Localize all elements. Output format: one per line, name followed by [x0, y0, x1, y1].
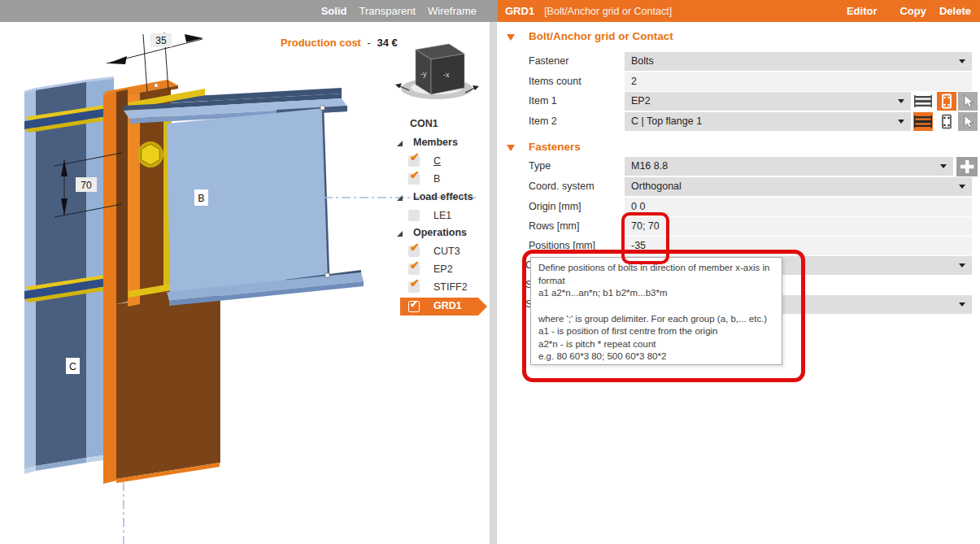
item2-plate-icon[interactable]: [937, 112, 956, 131]
section-collapse-icon[interactable]: [507, 34, 515, 41]
fastener-dropdown[interactable]: Bolts: [625, 52, 972, 71]
check-icon: ✔: [410, 277, 420, 289]
check-icon: ✔: [410, 259, 420, 271]
row-origin: Origin [mm] 0 0: [498, 198, 980, 216]
chevron-down-icon: [959, 263, 965, 268]
row-fastener: Fastener Bolts: [498, 52, 980, 71]
view-mode-wireframe[interactable]: Wireframe: [428, 5, 477, 17]
production-cost-label: Production cost: [281, 37, 361, 49]
origin-input[interactable]: 0 0: [625, 198, 972, 216]
beam-label: B: [194, 189, 208, 206]
tree-item-grd1-selected[interactable]: ✔ GRD1: [389, 299, 488, 316]
row-positions: Positions [mm] -35: [498, 237, 980, 255]
item1-pick-cursor-icon[interactable]: [958, 92, 978, 111]
delete-button[interactable]: Delete: [939, 5, 971, 17]
cube-axis-y: -y: [420, 70, 427, 78]
expander-icon[interactable]: [397, 141, 403, 146]
tree-item-cut3[interactable]: ✔ CUT3: [389, 245, 488, 261]
item1-beam-side-icon[interactable]: [913, 92, 933, 111]
items-count-input[interactable]: 2: [625, 72, 972, 91]
operation-header-bar: GRD1 [Bolt/Anchor grid or Contact] Edito…: [498, 0, 980, 22]
panel-splitter[interactable]: [490, 22, 497, 544]
checkbox[interactable]: ✔: [408, 155, 420, 167]
row-item1: Item 1 EP2: [498, 92, 980, 111]
rows-input[interactable]: 70; 70: [625, 217, 972, 236]
copy-button[interactable]: Copy: [899, 5, 926, 17]
3d-viewport[interactable]: 35 70 B C: [0, 22, 488, 544]
tree-item-member-c[interactable]: ✔ C: [389, 154, 488, 171]
coord-system-dropdown[interactable]: Orthogonal: [625, 177, 972, 196]
item1-plate-icon-active[interactable]: [937, 92, 956, 111]
item1-dropdown[interactable]: EP2: [625, 92, 911, 111]
checkbox[interactable]: ✔: [408, 246, 420, 257]
check-icon: ✔: [410, 242, 420, 253]
section-collapse-icon[interactable]: [507, 145, 515, 151]
chevron-down-icon: [959, 185, 965, 189]
positions-tooltip: Define positions of bolts in direction o…: [530, 257, 782, 365]
chevron-down-icon: [898, 120, 904, 124]
row-rows: Rows [mm] 70; 70: [498, 217, 980, 236]
bolt-type-dropdown[interactable]: M16 8.8: [625, 157, 953, 176]
editor-button[interactable]: Editor: [847, 5, 878, 17]
check-icon: ✔: [410, 151, 420, 163]
tree-group-members[interactable]: Members: [389, 137, 488, 153]
navigation-cube[interactable]: -y -x: [395, 44, 479, 99]
cube-axis-x: -x: [443, 71, 450, 79]
checkbox[interactable]: ✔: [408, 263, 420, 275]
item2-dropdown[interactable]: C | Top flange 1: [625, 112, 911, 131]
connection-tree: CON1 Members ✔ C ✔ B Load effects LE1 Op…: [389, 115, 488, 327]
checkbox[interactable]: ✔: [408, 301, 420, 312]
chevron-down-icon: [898, 99, 904, 103]
production-cost: Production cost - 34 €: [281, 37, 398, 49]
expander-icon[interactable]: [397, 231, 403, 237]
operation-name: GRD1: [505, 5, 534, 17]
view-mode-solid[interactable]: Solid: [321, 5, 347, 17]
chevron-down-icon: [959, 59, 965, 63]
positions-input[interactable]: -35: [625, 237, 972, 255]
tree-root-con1[interactable]: CON1: [389, 118, 488, 134]
chevron-down-icon: [959, 302, 965, 307]
view-mode-toolbar: Solid Transparent Wireframe: [0, 0, 498, 22]
check-icon: ✔: [410, 298, 418, 310]
tree-item-stiff2[interactable]: ✔ STIFF2: [389, 281, 488, 297]
checkbox-unchecked[interactable]: [408, 210, 420, 221]
row-items-count: Items count 2: [498, 72, 980, 91]
item2-pick-cursor-icon[interactable]: [958, 112, 978, 131]
dimension-side-value: 70: [81, 180, 92, 191]
chevron-down-icon: [940, 164, 947, 168]
tree-group-operations[interactable]: Operations: [389, 227, 488, 243]
selected-operation-banner[interactable]: ✔ GRD1: [400, 298, 478, 316]
column-label: C: [66, 358, 80, 374]
expander-icon[interactable]: [397, 195, 403, 201]
plus-icon: [956, 157, 978, 176]
check-icon: ✔: [410, 169, 420, 181]
add-bolt-assembly-button[interactable]: [956, 157, 978, 176]
production-cost-value: 34 €: [377, 37, 398, 49]
tree-item-member-b[interactable]: ✔ B: [389, 172, 488, 189]
properties-panel: Bolt/Anchor grid or Contact Fastener Bol…: [498, 22, 980, 544]
dimension-top-value: 35: [155, 35, 167, 46]
row-coord-system: Coord. system Orthogonal: [498, 177, 980, 196]
item2-beam-side-icon-active[interactable]: [913, 112, 933, 131]
tree-item-ep2[interactable]: ✔ EP2: [389, 263, 488, 279]
row-type: Type M16 8.8: [498, 157, 980, 176]
row-item2: Item 2 C | Top flange 1: [498, 112, 980, 131]
svg-text:B: B: [198, 193, 204, 204]
app-window: Solid Transparent Wireframe GRD1 [Bolt/A…: [0, 0, 980, 544]
checkbox[interactable]: ✔: [408, 281, 420, 293]
checkbox[interactable]: ✔: [408, 173, 420, 185]
view-mode-transparent[interactable]: Transparent: [359, 5, 416, 17]
tree-group-load-effects[interactable]: Load effects: [389, 191, 488, 207]
tree-item-le1[interactable]: LE1: [389, 209, 488, 225]
svg-text:C: C: [69, 361, 76, 372]
operation-type-label: [Bolt/Anchor grid or Contact]: [544, 6, 672, 17]
